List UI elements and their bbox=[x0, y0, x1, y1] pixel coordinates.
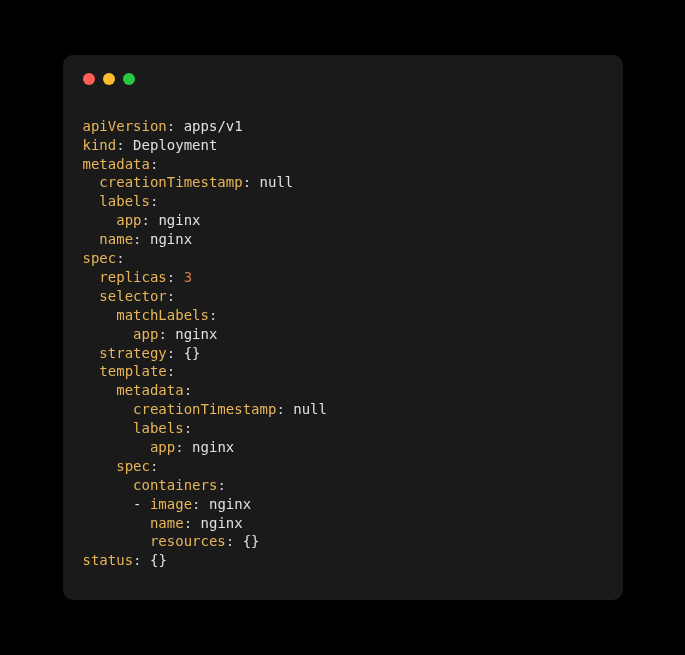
code-line: replicas: 3 bbox=[83, 268, 603, 287]
colon: : bbox=[116, 137, 124, 153]
colon: : bbox=[150, 156, 158, 172]
code-line: kind: Deployment bbox=[83, 136, 603, 155]
yaml-value: null bbox=[260, 174, 294, 190]
indent bbox=[83, 439, 150, 455]
indent bbox=[83, 401, 134, 417]
yaml-key: containers bbox=[133, 477, 217, 493]
indent bbox=[83, 382, 117, 398]
yaml-value: nginx bbox=[150, 231, 192, 247]
yaml-value: nginx bbox=[209, 496, 251, 512]
minimize-icon[interactable] bbox=[103, 73, 115, 85]
colon: : bbox=[243, 174, 251, 190]
code-line: metadata: bbox=[83, 155, 603, 174]
indent bbox=[83, 363, 100, 379]
colon: : bbox=[150, 193, 158, 209]
indent bbox=[83, 326, 134, 342]
colon: : bbox=[150, 458, 158, 474]
yaml-key: app bbox=[150, 439, 175, 455]
colon: : bbox=[192, 496, 200, 512]
code-line: spec: bbox=[83, 457, 603, 476]
colon: : bbox=[116, 250, 124, 266]
code-line: metadata: bbox=[83, 381, 603, 400]
indent bbox=[83, 288, 100, 304]
code-line: app: nginx bbox=[83, 438, 603, 457]
code-line: labels: bbox=[83, 419, 603, 438]
code-line: app: nginx bbox=[83, 325, 603, 344]
colon: : bbox=[184, 382, 192, 398]
colon: : bbox=[167, 363, 175, 379]
yaml-key: replicas bbox=[99, 269, 166, 285]
indent: - bbox=[83, 496, 150, 512]
yaml-value: nginx bbox=[192, 439, 234, 455]
code-line: strategy: {} bbox=[83, 344, 603, 363]
code-line: matchLabels: bbox=[83, 306, 603, 325]
yaml-key: selector bbox=[99, 288, 166, 304]
yaml-key: metadata bbox=[116, 382, 183, 398]
code-line: - image: nginx bbox=[83, 495, 603, 514]
colon: : bbox=[133, 231, 141, 247]
yaml-key: labels bbox=[99, 193, 150, 209]
colon: : bbox=[276, 401, 284, 417]
code-line: spec: bbox=[83, 249, 603, 268]
code-line: template: bbox=[83, 362, 603, 381]
code-line: status: {} bbox=[83, 551, 603, 570]
colon: : bbox=[209, 307, 217, 323]
indent bbox=[83, 477, 134, 493]
code-line: containers: bbox=[83, 476, 603, 495]
close-icon[interactable] bbox=[83, 73, 95, 85]
indent bbox=[83, 212, 117, 228]
code-line: resources: {} bbox=[83, 532, 603, 551]
indent bbox=[83, 307, 117, 323]
yaml-key: status bbox=[83, 552, 134, 568]
colon: : bbox=[167, 118, 175, 134]
colon: : bbox=[226, 533, 234, 549]
indent bbox=[83, 231, 100, 247]
yaml-key: app bbox=[116, 212, 141, 228]
indent bbox=[83, 515, 150, 531]
zoom-icon[interactable] bbox=[123, 73, 135, 85]
code-line: name: nginx bbox=[83, 230, 603, 249]
yaml-key: spec bbox=[116, 458, 150, 474]
yaml-key: resources bbox=[150, 533, 226, 549]
indent bbox=[83, 458, 117, 474]
code-line: labels: bbox=[83, 192, 603, 211]
yaml-value: {} bbox=[150, 552, 167, 568]
colon: : bbox=[167, 288, 175, 304]
yaml-value: nginx bbox=[158, 212, 200, 228]
yaml-key: labels bbox=[133, 420, 184, 436]
code-line: name: nginx bbox=[83, 514, 603, 533]
yaml-key: name bbox=[150, 515, 184, 531]
colon: : bbox=[142, 212, 150, 228]
colon: : bbox=[167, 345, 175, 361]
yaml-key: matchLabels bbox=[116, 307, 209, 323]
colon: : bbox=[158, 326, 166, 342]
yaml-value: nginx bbox=[175, 326, 217, 342]
colon: : bbox=[175, 439, 183, 455]
window-titlebar bbox=[83, 73, 603, 85]
yaml-key: strategy bbox=[99, 345, 166, 361]
colon: : bbox=[167, 269, 175, 285]
yaml-key: spec bbox=[83, 250, 117, 266]
colon: : bbox=[184, 515, 192, 531]
code-line: selector: bbox=[83, 287, 603, 306]
indent bbox=[83, 269, 100, 285]
yaml-code-block: apiVersion: apps/v1kind: Deploymentmetad… bbox=[83, 117, 603, 570]
yaml-key: creationTimestamp bbox=[133, 401, 276, 417]
yaml-value: 3 bbox=[184, 269, 192, 285]
colon: : bbox=[133, 552, 141, 568]
yaml-value: {} bbox=[243, 533, 260, 549]
yaml-key: apiVersion bbox=[83, 118, 167, 134]
yaml-value: null bbox=[293, 401, 327, 417]
yaml-value: Deployment bbox=[133, 137, 217, 153]
code-line: app: nginx bbox=[83, 211, 603, 230]
indent bbox=[83, 420, 134, 436]
yaml-value: nginx bbox=[201, 515, 243, 531]
indent bbox=[83, 345, 100, 361]
yaml-key: metadata bbox=[83, 156, 150, 172]
indent bbox=[83, 533, 150, 549]
code-line: apiVersion: apps/v1 bbox=[83, 117, 603, 136]
colon: : bbox=[184, 420, 192, 436]
yaml-key: app bbox=[133, 326, 158, 342]
yaml-key: kind bbox=[83, 137, 117, 153]
indent bbox=[83, 193, 100, 209]
